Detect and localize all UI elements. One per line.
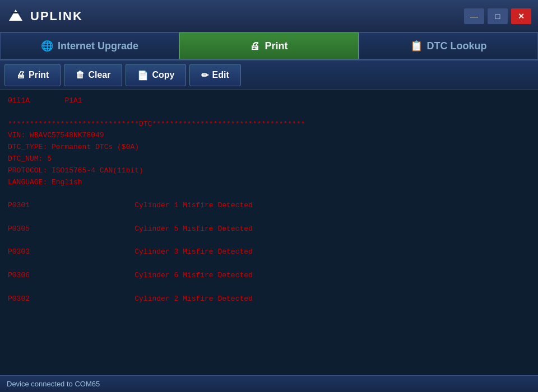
print-icon: 🖨	[16, 70, 25, 80]
minimize-button[interactable]: —	[464, 8, 484, 24]
edit-button-label: Edit	[212, 70, 229, 80]
tab-print-label: Print	[265, 40, 287, 52]
status-bar: Device connected to COM65	[0, 375, 538, 392]
clear-button[interactable]: 🗑 Clear	[64, 64, 122, 86]
window-controls: — □ ✕	[464, 8, 531, 24]
close-button[interactable]: ✕	[511, 8, 531, 24]
trash-icon: 🗑	[76, 70, 85, 80]
print-nav-icon: 🖨	[250, 40, 260, 52]
app-title: UPLINK	[30, 9, 83, 24]
svg-rect-1	[11, 12, 20, 13]
clear-button-label: Clear	[88, 70, 110, 80]
svg-marker-0	[9, 10, 22, 21]
toolbar: 🖨 Print 🗑 Clear 📄 Copy ✏ Edit	[0, 60, 538, 90]
maximize-button[interactable]: □	[488, 8, 508, 24]
dtc-text-display[interactable]: 01l1A P1A1 *****************************…	[0, 90, 538, 375]
copy-button[interactable]: 📄 Copy	[126, 64, 186, 86]
copy-icon: 📄	[137, 70, 149, 81]
nav-tabs: 🌐 Internet Upgrade 🖨 Print 📋 DTC Lookup	[0, 32, 538, 60]
app-logo-icon	[7, 7, 25, 25]
title-bar: UPLINK — □ ✕	[0, 0, 538, 32]
edit-button[interactable]: ✏ Edit	[189, 64, 240, 86]
dtc-icon: 📋	[410, 40, 423, 52]
tab-print[interactable]: 🖨 Print	[179, 32, 359, 59]
content-area: 01l1A P1A1 *****************************…	[0, 90, 538, 375]
tab-internet-upgrade-label: Internet Upgrade	[58, 40, 138, 52]
print-button-label: Print	[29, 70, 49, 80]
tab-dtc-lookup-label: DTC Lookup	[427, 40, 487, 52]
tab-internet-upgrade[interactable]: 🌐 Internet Upgrade	[0, 32, 179, 59]
print-button[interactable]: 🖨 Print	[4, 64, 61, 86]
copy-button-label: Copy	[152, 70, 174, 80]
title-bar-left: UPLINK	[7, 7, 83, 25]
status-text: Device connected to COM65	[7, 380, 100, 388]
globe-icon: 🌐	[41, 40, 53, 52]
tab-dtc-lookup[interactable]: 📋 DTC Lookup	[359, 32, 538, 59]
edit-icon: ✏	[201, 70, 208, 81]
